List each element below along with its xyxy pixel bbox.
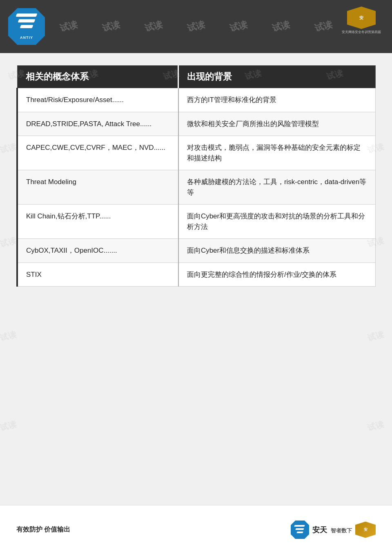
table-row: CAPEC,CWE,CVE,CVRF，MAEC，NVD......对攻击模式，脆… xyxy=(17,136,376,170)
footer-logo-area: 安天 智者数下 安 xyxy=(291,521,376,539)
col1-header: 相关的概念体系 xyxy=(17,66,178,88)
footer-stripe-3 xyxy=(297,532,303,533)
header-right-logo: 安 安天网络安全冬训营第四届 xyxy=(339,4,384,37)
table-cell-col1: CybOX,TAXII，OpenIOC....... xyxy=(17,239,178,263)
concept-table: 相关的概念体系 出现的背景 Threat/Risk/Exposure/Asset… xyxy=(16,65,376,287)
footer-company-block: 安天 智者数下 xyxy=(312,525,352,535)
bwm-6: 试读 xyxy=(0,141,18,156)
table-cell-col2: 面向更完整的综合性的情报分析/作业/交换的体系 xyxy=(178,263,376,287)
bwm-10: 试读 xyxy=(0,329,18,343)
table-header-row: 相关的概念体系 出现的背景 xyxy=(17,66,376,88)
footer-slogan: 有效防护 价值输出 xyxy=(16,525,70,534)
header-right-text: 安天网络安全冬训营第四届 xyxy=(342,30,381,34)
table-row: Kill Chain,钻石分析,TTP......面向Cyber和更高强度的攻击… xyxy=(17,205,376,239)
footer-logo-stripes xyxy=(294,525,305,535)
table-cell-col2: 微软和相关安全厂商所推出的风险管理模型 xyxy=(178,112,376,136)
table-row: STIX面向更完整的综合性的情报分析/作业/交换的体系 xyxy=(17,263,376,287)
header: ANTIY 试读 试读 试读 试读 试读 试读 试读 安 安天网络安全冬训营第四… xyxy=(0,0,392,53)
watermark-4: 试读 xyxy=(186,18,206,35)
col2-header: 出现的背景 xyxy=(178,66,376,88)
footer-company: 安天 智者数下 xyxy=(312,525,352,535)
table-cell-col1: DREAD,STRIDE,PASTA, Attack Tree...... xyxy=(17,112,178,136)
watermark-3: 试读 xyxy=(143,18,164,35)
footer-tagline: 智者数下 xyxy=(331,527,352,534)
footer-company-name: 安天 xyxy=(312,526,327,534)
watermark-5: 试读 xyxy=(228,18,249,35)
table-cell-col1: CAPEC,CWE,CVE,CVRF，MAEC，NVD...... xyxy=(17,136,178,170)
table-row: Threat/Risk/Exposure/Asset......西方的IT管理和… xyxy=(17,88,376,112)
footer-stripe-2 xyxy=(296,528,304,530)
watermark-6: 试读 xyxy=(271,18,291,35)
table-row: DREAD,STRIDE,PASTA, Attack Tree......微软和… xyxy=(17,112,376,136)
table-cell-col2: 各种威胁建模的方法论，工具，risk-centric，data-driven等等 xyxy=(178,170,376,205)
header-emblem: 安 xyxy=(347,7,376,29)
bwm-12: 试读 xyxy=(0,418,18,433)
table-cell-col2: 西方的IT管理和标准化的背景 xyxy=(178,88,376,112)
table-cell-col2: 面向Cyber和更高强度的攻击和对抗的场景的分析工具和分析方法 xyxy=(178,205,376,239)
table-cell-col1: Threat/Risk/Exposure/Asset...... xyxy=(17,88,178,112)
watermark-7: 试读 xyxy=(313,18,334,35)
table-row: Threat Modeling各种威胁建模的方法论，工具，risk-centri… xyxy=(17,170,376,205)
table-cell-col1: Kill Chain,钻石分析,TTP...... xyxy=(17,205,178,239)
table-cell-col1: Threat Modeling xyxy=(17,170,178,205)
footer-logo-icon xyxy=(291,521,309,539)
footer: 有效防护 价值输出 安天 智者数下 安 xyxy=(0,505,392,554)
table-row: CybOX,TAXII，OpenIOC.......面向Cyber和信息交换的描… xyxy=(17,239,376,263)
footer-stripe-1 xyxy=(294,525,305,527)
main-content: 相关的概念体系 出现的背景 Threat/Risk/Exposure/Asset… xyxy=(16,65,376,501)
footer-emblem: 安 xyxy=(355,522,376,538)
table-cell-col2: 对攻击模式，脆弱点，漏洞等各种基础的安全元素的标定和描述结构 xyxy=(178,136,376,170)
watermark-1: 试读 xyxy=(58,18,79,35)
header-watermarks: 试读 试读 试读 试读 试读 试读 试读 xyxy=(0,0,392,53)
watermark-2: 试读 xyxy=(101,18,121,35)
table-cell-col2: 面向Cyber和信息交换的描述和标准体系 xyxy=(178,239,376,263)
bwm-8: 试读 xyxy=(0,235,18,249)
table-cell-col1: STIX xyxy=(17,263,178,287)
